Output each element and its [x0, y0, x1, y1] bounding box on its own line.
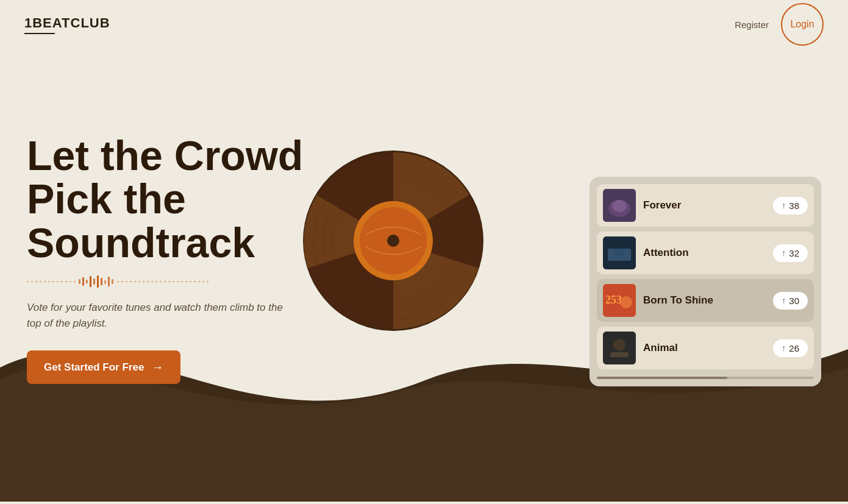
song-item-attention[interactable]: Attention ↑ 32 — [597, 232, 814, 274]
upvote-icon-forever: ↑ — [782, 201, 786, 210]
scroll-thumb — [597, 377, 727, 379]
vinyl-svg — [299, 146, 488, 335]
vote-count-attention: 32 — [789, 248, 799, 258]
arrow-icon: → — [151, 360, 163, 374]
song-thumbnail-animal — [603, 332, 636, 364]
scroll-indicator[interactable] — [597, 377, 814, 379]
hero-title: Let the Crowd Pick the Soundtrack — [27, 134, 303, 264]
logo-underline — [24, 33, 55, 34]
song-item-animal[interactable]: Animal ↑ 26 — [597, 327, 814, 369]
vote-count-born-to-shine: 30 — [789, 296, 799, 306]
svg-rect-4 — [90, 276, 91, 287]
song-thumbnail-attention — [603, 236, 636, 269]
song-thumbnail-born-to-shine: 253 — [603, 284, 636, 317]
svg-text:253: 253 — [605, 294, 622, 306]
waveform-svg — [27, 274, 210, 289]
hero-title-line2: Pick the — [27, 176, 186, 222]
hero-title-line1: Let the Crowd — [27, 132, 303, 179]
hero-title-line3: Soundtrack — [27, 219, 255, 266]
vote-badge-attention[interactable]: ↑ 32 — [773, 244, 808, 262]
upvote-icon-animal: ↑ — [782, 343, 786, 353]
upvote-icon-attention: ↑ — [782, 248, 786, 258]
song-name-animal: Animal — [643, 342, 766, 354]
sound-wave-decoration — [27, 274, 303, 289]
svg-point-21 — [612, 200, 627, 212]
svg-rect-2 — [82, 277, 84, 286]
upvote-icon-born-to-shine: ↑ — [782, 296, 786, 305]
svg-rect-30 — [610, 352, 629, 357]
cta-label: Get Started For Free — [44, 361, 144, 374]
svg-rect-5 — [93, 279, 95, 285]
register-link[interactable]: Register — [735, 20, 769, 30]
nav-right: Register Login — [735, 3, 824, 46]
vote-count-forever: 38 — [789, 201, 799, 211]
hero-content: Let the Crowd Pick the Soundtrack Vote f… — [27, 134, 303, 384]
song-item-forever[interactable]: Forever ↑ 38 — [597, 184, 814, 227]
song-thumbnail-forever — [603, 189, 636, 222]
svg-point-27 — [620, 296, 632, 308]
svg-rect-9 — [108, 277, 110, 286]
svg-rect-7 — [101, 278, 102, 285]
vinyl-record — [299, 146, 488, 335]
header: 1BEATCLUB Register Login — [0, 0, 848, 49]
svg-point-29 — [613, 339, 625, 351]
svg-rect-1 — [79, 279, 80, 284]
vote-count-animal: 26 — [789, 343, 799, 353]
get-started-button[interactable]: Get Started For Free → — [27, 350, 180, 384]
song-name-attention: Attention — [643, 247, 766, 259]
vote-badge-forever[interactable]: ↑ 38 — [773, 197, 808, 215]
svg-point-18 — [387, 235, 399, 247]
song-name-born-to-shine: Born To Shine — [643, 294, 766, 307]
song-item-born-to-shine[interactable]: 253 Born To Shine ↑ 30 — [597, 279, 814, 322]
svg-rect-6 — [97, 275, 99, 288]
svg-rect-3 — [86, 280, 88, 283]
logo-text: 1BEATCLUB — [24, 15, 110, 31]
svg-rect-8 — [104, 280, 106, 284]
svg-rect-10 — [112, 279, 113, 284]
vote-badge-animal[interactable]: ↑ 26 — [773, 339, 808, 357]
playlist-card: Forever ↑ 38 Attention ↑ 32 253 B — [590, 177, 821, 386]
login-button[interactable]: Login — [781, 3, 824, 46]
hero-subtitle: Vote for your favorite tunes and watch t… — [27, 300, 303, 331]
vote-badge-born-to-shine[interactable]: ↑ 30 — [773, 292, 808, 310]
logo[interactable]: 1BEATCLUB — [24, 15, 110, 34]
song-name-forever: Forever — [643, 199, 766, 211]
svg-point-24 — [615, 248, 624, 258]
